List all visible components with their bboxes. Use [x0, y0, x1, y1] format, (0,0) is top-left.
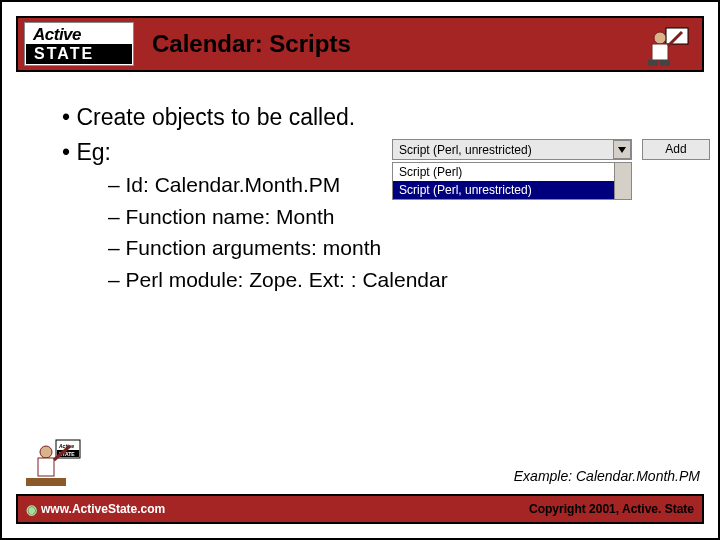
- svg-rect-12: [38, 458, 54, 476]
- footer-url: ◉ www.ActiveState.com: [26, 502, 165, 517]
- footer-copyright: Copyright 2001, Active. State: [529, 502, 694, 516]
- svg-rect-2: [652, 44, 668, 60]
- scrollbar[interactable]: [614, 163, 631, 199]
- svg-point-1: [654, 32, 666, 44]
- footer-url-text: www.ActiveState.com: [41, 502, 165, 516]
- chevron-down-icon[interactable]: [613, 140, 631, 159]
- script-type-listbox[interactable]: Script (Perl) Script (Perl, unrestricted…: [392, 162, 632, 200]
- bullet-level1: Create objects to be called.: [62, 100, 704, 135]
- dropdown-value: Script (Perl, unrestricted): [399, 143, 532, 157]
- add-button[interactable]: Add: [642, 139, 710, 160]
- mascot-image-small: Active STATE: [26, 434, 86, 494]
- list-item[interactable]: Script (Perl): [393, 163, 631, 181]
- logo-text-top: Active: [33, 25, 81, 45]
- list-item-selected[interactable]: Script (Perl, unrestricted): [393, 181, 631, 199]
- script-type-dropdown[interactable]: Script (Perl, unrestricted): [392, 139, 632, 160]
- add-script-row: Script (Perl, unrestricted) Add: [392, 139, 710, 160]
- footer-bar: ◉ www.ActiveState.com Copyright 2001, Ac…: [16, 494, 704, 524]
- slide: Active STATE Calendar: Scripts Create ob…: [0, 0, 720, 540]
- bullet-level2: Function arguments: month: [108, 232, 704, 264]
- slide-body: Create objects to be called. Eg: Id: Cal…: [62, 100, 704, 295]
- svg-rect-13: [26, 478, 66, 486]
- bullet-level2: Perl module: Zope. Ext: : Calendar: [108, 264, 704, 296]
- header-bar: Active STATE Calendar: Scripts: [16, 16, 704, 72]
- slide-title: Calendar: Scripts: [152, 30, 351, 58]
- logo: Active STATE: [24, 22, 134, 66]
- svg-rect-3: [648, 60, 658, 66]
- globe-icon: ◉: [26, 502, 37, 517]
- svg-rect-4: [660, 60, 670, 66]
- bullet-level2: Function name: Month: [108, 201, 704, 233]
- svg-point-11: [40, 446, 52, 458]
- mascot-image: [642, 22, 694, 74]
- example-caption: Example: Calendar.Month.PM: [514, 468, 700, 484]
- svg-marker-6: [618, 147, 626, 153]
- logo-text-bottom: STATE: [26, 44, 132, 64]
